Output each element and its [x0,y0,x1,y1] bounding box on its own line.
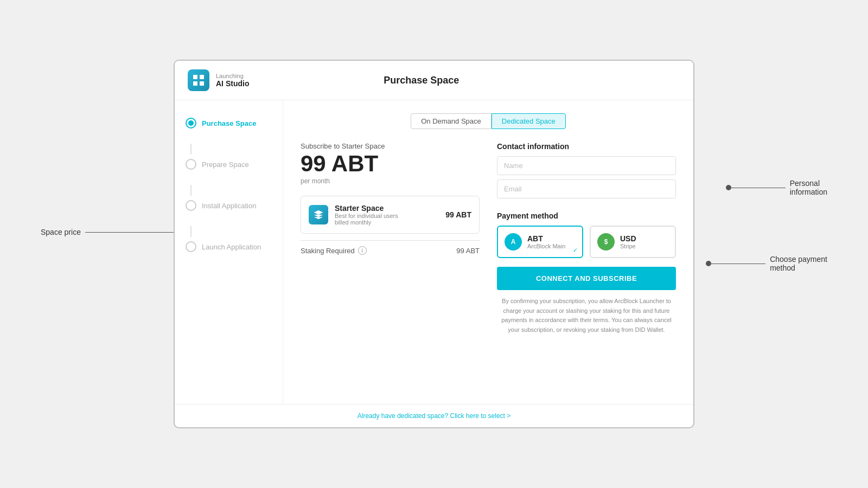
app-name: AI Studio [216,79,249,88]
step-dot-install [186,200,196,211]
sidebar-item-launch-app[interactable]: Launch Application [186,241,272,252]
usd-name: USD [620,234,636,243]
abt-sub: ArcBlock Main [527,243,565,249]
content-area: On Demand Space Dedicated Space Subscrib… [283,100,693,404]
plan-name: Starter Space [335,204,445,213]
tab-dedicated[interactable]: Dedicated Space [492,113,566,129]
payment-options: A ABT ArcBlock Main $ [497,226,676,258]
email-input[interactable] [497,179,676,198]
step-label-prepare: Prepare Space [202,160,249,169]
space-price-annotation: Space price [41,228,81,236]
step-dot-prepare [186,159,196,170]
abt-name: ABT [527,234,565,243]
launching-label: Launching [216,73,249,79]
payment-option-abt[interactable]: A ABT ArcBlock Main [497,226,583,258]
payment-section: Payment method A ABT ArcBlock Main [497,211,676,335]
info-icon[interactable]: i [358,246,367,255]
price-unit: ABT [331,151,378,176]
right-column: Contact information Payment method A [497,142,676,335]
svg-rect-0 [193,75,197,79]
step-label-install: Install Application [202,202,256,210]
sidebar: Purchase Space Prepare Space Install App… [175,100,283,404]
left-column: Subscribe to Starter Space 99 ABT per mo… [301,142,480,335]
staking-label: Staking Required i [301,246,367,255]
price-display: 99 ABT [301,152,480,175]
staking-text: Staking Required [301,247,355,255]
plan-icon-svg [313,209,324,220]
plan-price: 99 ABT [445,210,471,219]
usd-icon: $ [597,233,615,251]
app-header: Launching AI Studio Purchase Space [175,61,693,100]
payment-section-title: Payment method [497,211,676,220]
step-connector-3 [190,226,192,237]
svg-rect-3 [200,81,204,86]
two-col-layout: Subscribe to Starter Space 99 ABT per mo… [301,142,676,335]
usd-info: USD Stripe [620,234,636,249]
staking-price: 99 ABT [456,247,480,255]
plan-info: Starter Space Best for individual users … [335,204,445,226]
disclaimer-text: By confirming your subscription, you all… [497,297,676,335]
plan-card: Starter Space Best for individual users … [301,196,480,234]
abt-info: ABT ArcBlock Main [527,234,565,249]
plan-description: Best for individual users [335,213,445,219]
svg-rect-2 [193,81,197,86]
payment-method-annotation: Choose paymentmethod [770,255,827,272]
plan-icon [309,205,328,224]
plan-billing: billed monthly [335,219,445,226]
step-label-purchase: Purchase Space [202,119,256,127]
connect-subscribe-button[interactable]: CONNECT AND SUBSCRIBE [497,267,676,290]
svg-rect-1 [200,75,204,79]
subscribe-label: Subscribe to Starter Space [301,142,480,150]
tab-on-demand[interactable]: On Demand Space [411,113,492,129]
abt-icon: A [505,233,522,251]
app-icon [188,69,209,91]
ai-studio-icon [192,74,205,87]
step-label-launch: Launch Application [202,243,261,251]
staking-row: Staking Required i 99 ABT [301,240,480,260]
app-info: Launching AI Studio [216,73,249,88]
step-dot-purchase [186,118,196,129]
modal-container: Launching AI Studio Purchase Space Purch… [174,60,694,428]
payment-option-usd[interactable]: $ USD Stripe [590,226,676,258]
dedicated-space-link[interactable]: Already have dedicated space? Click here… [358,412,511,420]
step-connector-2 [190,185,192,196]
sidebar-item-purchase-space[interactable]: Purchase Space [186,118,272,129]
name-input[interactable] [497,156,676,175]
contact-section-title: Contact information [497,142,676,151]
sidebar-item-install-app[interactable]: Install Application [186,200,272,211]
main-layout: Purchase Space Prepare Space Install App… [175,100,693,404]
personal-info-annotation: Personalinformation [790,179,827,196]
page-title: Purchase Space [249,75,593,86]
sidebar-item-prepare-space[interactable]: Prepare Space [186,159,272,170]
step-dot-launch [186,241,196,252]
price-number: 99 [301,151,326,176]
per-month-label: per month [301,177,480,185]
usd-sub: Stripe [620,243,636,249]
tabs-row: On Demand Space Dedicated Space [301,113,676,129]
modal-footer: Already have dedicated space? Click here… [175,404,693,427]
step-connector-1 [190,144,192,155]
